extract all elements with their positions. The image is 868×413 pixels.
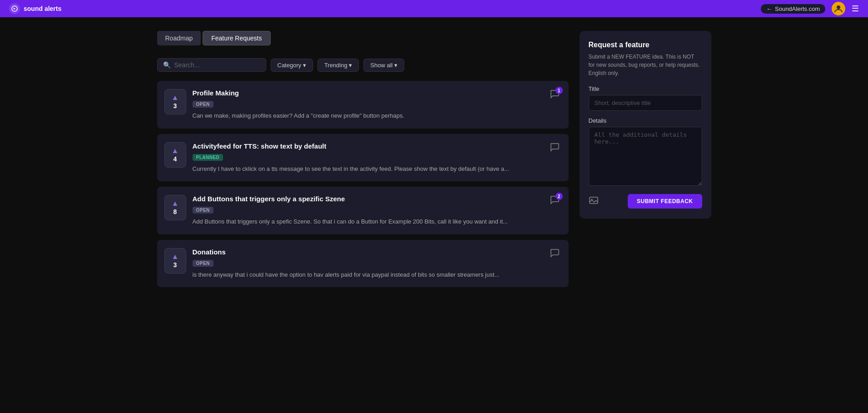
card-description: is there anyway that i could have the op… [193,270,539,279]
card-description: Can we make, making profiles easier? Add… [193,111,539,120]
vote-count: 4 [174,155,177,163]
vote-count: 3 [174,102,177,109]
show-all-filter[interactable]: Show all ▾ [363,59,404,72]
vote-box[interactable]: ▲ 8 [164,195,186,220]
comment-count: 2 [556,193,563,200]
trending-filter[interactable]: Trending ▾ [317,59,359,72]
svg-point-1 [837,5,840,9]
comment-bubble: 2 [550,195,560,205]
details-textarea[interactable] [589,127,702,186]
card-title: Add Buttons that triggers only a spezifi… [193,195,539,203]
search-box: 🔍 [157,58,266,72]
title-label: Title [589,85,702,92]
tabs: Roadmap Feature Requests [157,31,569,45]
tab-roadmap[interactable]: Roadmap [157,31,201,45]
logo: sound alerts [9,3,61,14]
card-body: Activityfeed for TTS: show text by defau… [193,142,539,174]
logo-text: sound alerts [24,5,61,12]
upvote-arrow-icon: ▲ [172,253,179,260]
header-right: ← SoundAlerts.com ☰ [761,2,859,15]
filter-bar: 🔍 Category ▾ Trending ▾ Show all ▾ [157,58,569,72]
comment-icon [550,248,560,258]
vote-box[interactable]: ▲ 4 [164,142,186,168]
search-icon: 🔍 [163,61,171,69]
upvote-arrow-icon: ▲ [172,200,179,207]
tab-feature-requests[interactable]: Feature Requests [203,31,270,45]
comment-section[interactable] [550,142,560,152]
logo-icon [9,3,20,14]
vote-count: 3 [174,261,177,269]
comment-section[interactable] [550,248,560,258]
status-badge: OPEN [193,260,213,267]
back-arrow-icon: ← [766,5,772,12]
request-form: Request a feature Submit a NEW FEATURE i… [580,31,711,219]
status-badge: OPEN [193,207,213,214]
site-link-text: SoundAlerts.com [775,5,820,12]
title-input[interactable] [589,95,702,111]
card-title: Donations [193,248,539,256]
upvote-arrow-icon: ▲ [172,94,179,101]
form-description: Submit a NEW FEATURE idea. This is NOT f… [589,53,702,77]
svg-rect-2 [590,197,598,204]
comment-section[interactable]: 1 [550,89,560,99]
cards-list: ▲ 3 Profile Making OPEN Can we make, mak… [157,81,569,287]
vote-count: 8 [174,208,177,215]
feature-card: ▲ 4 Activityfeed for TTS: show text by d… [157,134,569,182]
left-panel: Roadmap Feature Requests 🔍 Category ▾ Tr… [157,31,569,293]
card-body: Profile Making OPEN Can we make, making … [193,89,539,120]
category-filter[interactable]: Category ▾ [271,59,313,72]
vote-box[interactable]: ▲ 3 [164,248,186,274]
vote-box[interactable]: ▲ 3 [164,89,186,114]
app-header: sound alerts ← SoundAlerts.com ☰ [0,0,868,17]
status-badge: OPEN [193,101,213,108]
card-body: Add Buttons that triggers only a spezifi… [193,195,539,226]
details-label: Details [589,117,702,124]
comment-section[interactable]: 2 [550,195,560,205]
feature-card: ▲ 3 Profile Making OPEN Can we make, mak… [157,81,569,129]
hamburger-menu-icon[interactable]: ☰ [852,4,859,14]
card-body: Donations OPEN is there anyway that i co… [193,248,539,279]
comment-bubble [550,248,560,258]
site-link[interactable]: ← SoundAlerts.com [761,4,825,14]
image-icon [589,195,599,205]
comment-bubble [550,142,560,152]
card-description: Add Buttons that triggers only a spefic … [193,217,539,226]
form-footer: SUBMIT FEEDBACK [589,194,702,209]
status-badge: PLANNED [193,154,223,161]
right-panel: Request a feature Submit a NEW FEATURE i… [580,31,711,293]
main-content: Roadmap Feature Requests 🔍 Category ▾ Tr… [148,17,720,302]
feature-card: ▲ 3 Donations OPEN is there anyway that … [157,240,569,288]
comment-icon [550,142,560,152]
card-title: Profile Making [193,89,539,97]
submit-feedback-button[interactable]: SUBMIT FEEDBACK [628,194,702,209]
form-title: Request a feature [589,41,702,49]
card-title: Activityfeed for TTS: show text by defau… [193,142,539,150]
comment-count: 1 [556,87,563,94]
card-description: Currently I have to cklick on a tts mess… [193,164,539,174]
feature-card: ▲ 8 Add Buttons that triggers only a spe… [157,187,569,234]
comment-bubble: 1 [550,89,560,99]
upvote-arrow-icon: ▲ [172,147,179,154]
image-upload-button[interactable] [589,195,599,208]
search-input[interactable] [174,61,260,69]
avatar[interactable] [832,2,845,15]
